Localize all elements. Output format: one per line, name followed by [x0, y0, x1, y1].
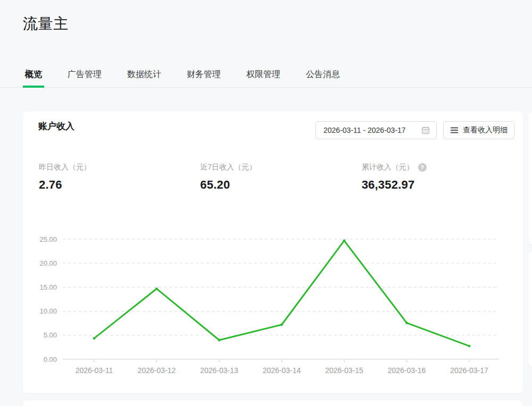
- income-card-title: 账户收入: [38, 120, 74, 132]
- svg-text:10.00: 10.00: [39, 307, 57, 315]
- income-stats-row: 昨日收入（元）2.76近7日收入（元）65.20累计收入（元）?36,352.9…: [23, 163, 523, 192]
- tab-announcements[interactable]: 公告消息: [304, 69, 342, 87]
- tab-ad-management[interactable]: 广告管理: [65, 69, 104, 87]
- help-icon[interactable]: ?: [418, 163, 427, 172]
- svg-text:2026-03-13: 2026-03-13: [200, 366, 238, 375]
- next-section-card: [23, 400, 523, 406]
- svg-text:2026-03-17: 2026-03-17: [450, 366, 488, 375]
- svg-text:20.00: 20.00: [39, 259, 57, 267]
- stat-yesterday-income: 昨日收入（元）2.76: [39, 163, 200, 192]
- tab-bar: 概览广告管理数据统计财务管理权限管理公告消息: [0, 69, 532, 88]
- tab-overview[interactable]: 概览: [23, 69, 44, 87]
- income-card: 账户收入 2026-03-11 - 2026-03-17: [23, 112, 523, 393]
- date-range-picker[interactable]: 2026-03-11 - 2026-03-17: [315, 121, 437, 139]
- view-income-detail-button[interactable]: 查看收入明细: [443, 121, 514, 139]
- stat-label: 昨日收入（元）: [39, 163, 91, 172]
- date-range-value: 2026-03-11 - 2026-03-17: [323, 126, 406, 134]
- stat-cumulative-income: 累计收入（元）?36,352.97: [362, 163, 523, 192]
- right-column-card-top: [528, 112, 532, 244]
- svg-text:2026-03-12: 2026-03-12: [138, 366, 176, 375]
- svg-text:0.00: 0.00: [44, 356, 57, 363]
- stat-value: 2.76: [39, 178, 200, 192]
- svg-text:15.00: 15.00: [39, 283, 57, 291]
- svg-text:2026-03-15: 2026-03-15: [325, 366, 363, 375]
- stat-value: 65.20: [200, 178, 361, 192]
- stat-label: 近7日收入（元）: [200, 163, 256, 172]
- income-chart: 25.0020.0015.0010.005.000.002026-03-1120…: [34, 231, 512, 383]
- calendar-icon: [421, 126, 430, 134]
- right-column-card-bottom: [528, 252, 532, 367]
- svg-text:25.00: 25.00: [39, 235, 57, 243]
- tab-finance-management[interactable]: 财务管理: [185, 69, 223, 87]
- stat-last7days-income: 近7日收入（元）65.20: [200, 163, 361, 192]
- tab-data-stats[interactable]: 数据统计: [125, 69, 163, 87]
- chart-svg: 25.0020.0015.0010.005.000.002026-03-1120…: [34, 231, 512, 383]
- traffic-master-page: 流量主 概览广告管理数据统计财务管理权限管理公告消息 账户收入 2026-03-…: [0, 0, 532, 406]
- stat-value: 36,352.97: [362, 178, 523, 192]
- svg-text:5.00: 5.00: [44, 331, 57, 339]
- view-income-detail-label: 查看收入明细: [463, 125, 508, 135]
- tabs: 概览广告管理数据统计财务管理权限管理公告消息: [0, 69, 532, 87]
- svg-text:2026-03-14: 2026-03-14: [263, 366, 301, 375]
- stat-label: 累计收入（元）: [362, 163, 414, 172]
- page-title: 流量主: [23, 14, 69, 34]
- svg-text:2026-03-11: 2026-03-11: [76, 366, 113, 375]
- tab-permission-management[interactable]: 权限管理: [244, 69, 282, 87]
- list-icon: [450, 126, 459, 134]
- svg-text:2026-03-16: 2026-03-16: [388, 366, 426, 375]
